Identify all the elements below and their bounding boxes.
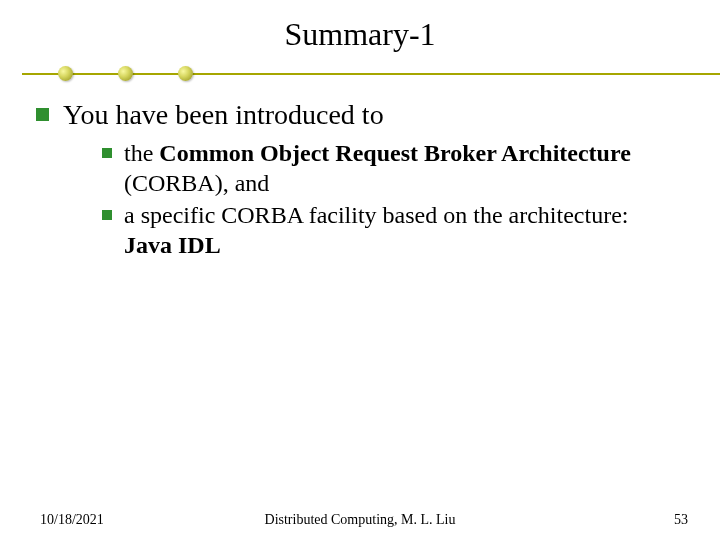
sub-bullets: the Common Object Request Broker Archite…: [102, 138, 680, 260]
square-bullet-icon: [36, 108, 49, 121]
text-run-bold: Java IDL: [124, 232, 221, 258]
bullet-level1: You have been introduced to: [36, 97, 680, 132]
decor-dot-icon: [58, 66, 73, 81]
decor-dot-icon: [118, 66, 133, 81]
text-run: a specific CORBA facility based on the a…: [124, 202, 629, 228]
bullet-level2-text: a specific CORBA facility based on the a…: [124, 200, 644, 260]
slide: Summary-1 You have been introduced to th…: [0, 0, 720, 540]
footer-page-number: 53: [674, 512, 688, 528]
footer-title: Distributed Computing, M. L. Liu: [0, 512, 720, 528]
square-bullet-icon: [102, 148, 112, 158]
slide-title: Summary-1: [0, 16, 720, 53]
bullet-level2: a specific CORBA facility based on the a…: [102, 200, 680, 260]
bullet-level2: the Common Object Request Broker Archite…: [102, 138, 680, 198]
bullet-level2-text: the Common Object Request Broker Archite…: [124, 138, 644, 198]
text-run: the: [124, 140, 159, 166]
bullet-level1-text: You have been introduced to: [63, 97, 384, 132]
text-run: (CORBA), and: [124, 170, 269, 196]
square-bullet-icon: [102, 210, 112, 220]
title-area: Summary-1: [0, 0, 720, 53]
content-area: You have been introduced to the Common O…: [0, 85, 720, 260]
decor-dot-icon: [178, 66, 193, 81]
title-rule: [0, 61, 720, 85]
text-run-bold: Common Object Request Broker Architectur…: [159, 140, 630, 166]
